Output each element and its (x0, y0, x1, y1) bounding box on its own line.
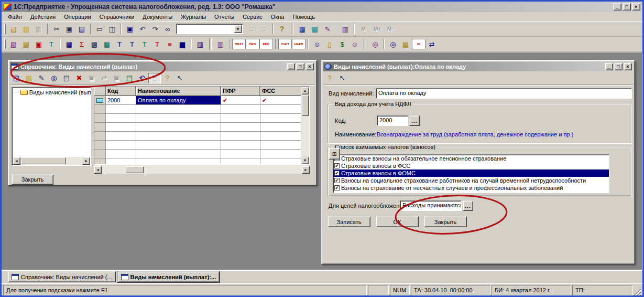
goto-item-icon[interactable]: ▤ (123, 73, 136, 83)
zoom-edit-icon[interactable]: ✎ (321, 24, 334, 34)
menu-item[interactable]: Помощь (288, 13, 319, 21)
pko-document-icon[interactable]: ПКО (246, 39, 259, 49)
close-form-button[interactable]: Закрыть (424, 216, 467, 227)
row-code-cell[interactable] (106, 114, 136, 122)
row-fss-checkmark[interactable] (260, 114, 302, 122)
table-row[interactable] (94, 114, 309, 123)
tax-purpose-input[interactable]: Расходы принимаются (400, 200, 462, 211)
rko-document-icon[interactable]: РКО (259, 39, 273, 49)
document-journal3-icon[interactable]: Т (138, 39, 151, 49)
column-header-fss[interactable]: ФСС (260, 87, 302, 96)
minimize-button[interactable]: _ (605, 63, 613, 70)
row-pfr-checkmark[interactable] (221, 150, 260, 158)
new-document-icon[interactable]: ▤ (7, 24, 20, 34)
new-group-icon[interactable]: ▨ (23, 73, 35, 83)
globe-cd-icon[interactable]: ◎ (369, 39, 381, 49)
subconto-types-icon[interactable]: Σ (75, 39, 88, 49)
window-tab[interactable]: Виды начислений (выплат):... (117, 271, 220, 282)
scroll-right-icon[interactable]: ► (82, 157, 90, 165)
invert-checks-button[interactable]: ⊞ (329, 148, 340, 160)
table-row[interactable] (94, 158, 309, 165)
row-code-cell[interactable] (106, 150, 136, 158)
minimize-button[interactable]: _ (287, 63, 295, 70)
row-pfr-checkmark[interactable] (221, 132, 260, 140)
view-item-icon[interactable]: ◎ (48, 73, 60, 83)
table-frame-icon[interactable]: ▣ (124, 24, 136, 34)
cabinet-icon[interactable]: ▯ (323, 39, 336, 49)
table-row[interactable] (94, 141, 309, 150)
chart-bar-icon[interactable]: ▆ (176, 39, 189, 49)
tax-list-item[interactable]: ✔ Страховые взносы в ФСС (333, 162, 609, 169)
document-journal4-icon[interactable]: Т (151, 39, 163, 49)
internet-icon[interactable]: ◎ (387, 39, 399, 49)
row-code-cell[interactable] (106, 123, 136, 131)
scrollbar-thumb[interactable] (302, 95, 309, 116)
checkerboard-report-icon[interactable]: ▩ (88, 39, 101, 49)
close-button[interactable]: × (305, 63, 314, 70)
row-name-cell[interactable] (136, 158, 221, 165)
guide-icon[interactable]: ▧ (7, 39, 20, 49)
history-icon[interactable]: ↶ (136, 73, 148, 83)
accrual-type-input[interactable]: Оплата по окладу (376, 88, 632, 99)
find-icon[interactable]: ∞ (161, 24, 174, 34)
partners-icon[interactable]: ☺ (311, 39, 323, 49)
ok-button[interactable]: ОК (376, 216, 419, 227)
row-code-cell[interactable] (106, 132, 136, 140)
checkbox-checked-icon[interactable]: ✔ (334, 178, 340, 183)
row-name-cell[interactable] (136, 132, 221, 140)
checkbox-checked-icon[interactable]: ✔ (334, 171, 340, 176)
code-input[interactable]: 2000 (377, 115, 408, 126)
exchange-icon[interactable]: ⇄ (425, 39, 438, 49)
row-pfr-checkmark[interactable] (221, 105, 260, 113)
edit-item-icon[interactable]: ✎ (35, 73, 48, 83)
minimize-button[interactable]: _ (613, 3, 621, 10)
menu-item[interactable]: Окна (267, 13, 289, 21)
column-header-pfr[interactable]: ПФР (221, 87, 260, 96)
menu-item[interactable]: Файл (4, 13, 26, 21)
menu-item[interactable]: Действия (26, 13, 60, 21)
resize-grip[interactable] (634, 289, 641, 295)
row-name-cell[interactable] (136, 123, 221, 131)
open-icon[interactable]: ▨ (20, 24, 32, 34)
table-row[interactable] (94, 105, 309, 114)
table-row[interactable] (94, 123, 309, 132)
add-row-icon[interactable]: ▤ (60, 73, 73, 83)
cut-icon[interactable]: ✂ (50, 24, 63, 34)
nakl-document-icon[interactable]: НАКЛ (292, 39, 305, 49)
hierarchy-view-icon[interactable]: Ξ (148, 73, 161, 83)
table-vertical-scrollbar[interactable]: ▲ ▼ (301, 87, 309, 164)
row-code-cell[interactable] (106, 158, 136, 165)
context-help-icon[interactable]: ↖ (173, 73, 186, 83)
currency-icon[interactable]: $ (336, 39, 348, 49)
redo-icon[interactable]: ↷ (149, 24, 161, 34)
calendar20-icon[interactable]: 20 (412, 39, 425, 49)
scroll-down-icon[interactable]: ▼ (301, 156, 309, 164)
row-fss-checkmark[interactable] (260, 105, 302, 113)
row-pfr-checkmark[interactable] (221, 158, 260, 165)
column-header-code[interactable]: Код (106, 87, 136, 96)
scroll-right-icon[interactable]: ► (302, 166, 310, 174)
tax-list-item[interactable]: ✔ Взносы на социальное страхование работ… (333, 177, 609, 184)
chart-of-accounts-icon[interactable]: ▦ (63, 39, 75, 49)
checkbox-checked-icon[interactable]: ✔ (334, 185, 340, 190)
books-icon[interactable]: ▥ (214, 39, 227, 49)
row-fss-checkmark[interactable] (260, 132, 302, 140)
table-row[interactable] (94, 132, 309, 141)
tax-list-item[interactable]: ✔ Взносы на страхование от несчастных сл… (333, 184, 609, 192)
plat-document-icon[interactable]: ПЛАТ (232, 39, 246, 49)
toolbar-grip[interactable] (4, 24, 6, 34)
tax-purpose-picker-button[interactable]: ... (463, 200, 473, 211)
calculator-icon[interactable]: ▦ (296, 24, 309, 34)
row-fss-checkmark[interactable]: ✔ (260, 96, 302, 104)
database-icon[interactable]: ▤ (399, 39, 412, 49)
row-fss-checkmark[interactable] (260, 150, 302, 158)
search-combobox[interactable]: ▼ (176, 24, 243, 34)
document-journal2-icon[interactable]: Т (126, 39, 138, 49)
table-row[interactable] (94, 150, 309, 158)
monitor-icon[interactable]: ▣ (32, 39, 45, 49)
row-name-cell[interactable] (136, 105, 221, 113)
print-icon[interactable]: ▭ (93, 24, 106, 34)
row-code-cell[interactable]: 2000 (106, 96, 136, 104)
account-analysis-icon[interactable]: ▦ (101, 39, 113, 49)
row-fss-checkmark[interactable] (260, 158, 302, 165)
